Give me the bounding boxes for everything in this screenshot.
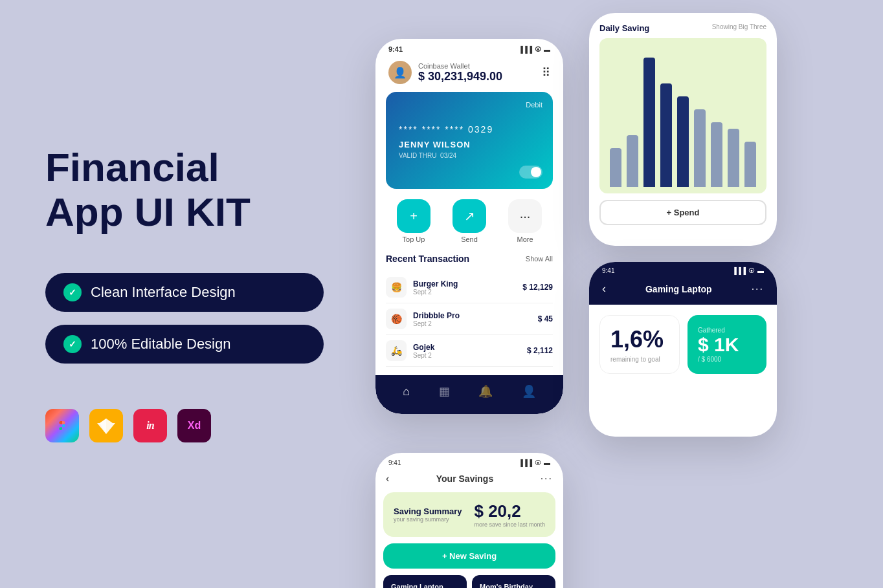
top-up-button[interactable]: + Top Up: [397, 199, 430, 243]
chart-bar: [744, 142, 756, 187]
left-panel: Financial App UI KIT Clean Interface Des…: [0, 0, 363, 588]
transaction-burger-king: 🍔 Burger King Sept 2 $ 12,129: [386, 272, 553, 303]
status-bar-1: 9:41 ▐▐▐ ⦿ ▬: [375, 39, 563, 56]
dribbble-icon: 🏀: [386, 309, 407, 329]
spend-button[interactable]: + Spend: [599, 200, 766, 225]
phone-daily-saving: Daily Saving Showing Big Three + Spend: [589, 13, 777, 246]
chart-header: Daily Saving Showing Big Three: [589, 13, 777, 38]
sketch-icon: [89, 409, 123, 442]
chart-bar: [610, 148, 621, 187]
chart-bar: [728, 129, 739, 187]
savings-body: 1,6% remaining to goal Gathered $ 1K / $…: [589, 305, 777, 384]
transaction-dribbble: 🏀 Dribbble Pro Sept 2 $ 45: [386, 303, 553, 335]
status-icons-4: ▐▐▐ ⦿ ▬: [519, 459, 550, 466]
summary-right: $ 20,2 more save since last month: [474, 501, 545, 528]
more-icon: ···: [508, 199, 542, 233]
grid-icon: ⠿: [542, 65, 550, 80]
action-buttons: + Top Up ↗ Send ··· More: [375, 189, 563, 254]
chart-bar: [677, 96, 689, 187]
main-title: Financial App UI KIT: [45, 146, 324, 234]
check-icon-editable: [63, 335, 82, 353]
more-button[interactable]: ··· More: [508, 199, 542, 243]
debit-card: Debit **** **** **** 0329 JENNY WILSON V…: [386, 92, 553, 189]
chart-bar: [660, 83, 672, 187]
xd-icon: Xd: [177, 409, 211, 442]
chart-bar: [694, 109, 706, 187]
transaction-info-2: Gojek Sept 2: [413, 343, 527, 359]
back-button-3[interactable]: ‹: [602, 282, 606, 296]
savings-grid-item: Gaming Laptop $ 1000 / $ 6000: [383, 575, 467, 588]
nav-bell-icon[interactable]: 🔔: [478, 384, 493, 398]
right-panel: 9:41 ▐▐▐ ⦿ ▬ 👤 Coinbase Wallet $ 30,231,…: [363, 0, 883, 588]
savings-header: ‹ Your Savings ···: [375, 469, 563, 492]
phone-wallet: 9:41 ▐▐▐ ⦿ ▬ 👤 Coinbase Wallet $ 30,231,…: [375, 39, 563, 414]
nav-home-icon[interactable]: ⌂: [403, 385, 410, 398]
status-icons-3: ▐▐▐ ⦿ ▬: [732, 267, 764, 274]
back-button-4[interactable]: ‹: [386, 473, 389, 485]
avatar-face: 👤: [388, 61, 412, 84]
transactions-section: Recent Transaction Show All 🍔 Burger Kin…: [375, 254, 563, 367]
status-icons-1: ▐▐▐ ⦿ ▬: [519, 45, 550, 53]
chart-area: [599, 38, 766, 193]
summary-card: Saving Summary your saving summary $ 20,…: [383, 492, 555, 537]
invision-icon: in: [133, 409, 167, 442]
savings-percent-card: 1,6% remaining to goal: [599, 315, 680, 374]
send-button[interactable]: ↗ Send: [453, 199, 486, 243]
avatar: 👤: [388, 61, 412, 84]
status-bar-4: 9:41 ▐▐▐ ⦿ ▬: [375, 453, 563, 469]
feature-badge-editable: 100% Editable Design: [45, 325, 324, 364]
status-bar-3: 9:41 ▐▐▐ ⦿ ▬: [589, 262, 777, 278]
chart-bar: [711, 122, 722, 187]
transaction-info-1: Dribbble Pro Sept 2: [413, 311, 538, 327]
figma-icon: [45, 409, 79, 442]
transaction-gojek: 🛵 Gojek Sept 2 $ 2,112: [386, 335, 553, 367]
tool-icons: in Xd: [45, 409, 324, 442]
phone-your-savings: 9:41 ▐▐▐ ⦿ ▬ ‹ Your Savings ··· Saving S…: [375, 453, 563, 588]
nav-bar: ⌂ ▦ 🔔 👤: [375, 375, 563, 414]
feature-badge-clean: Clean Interface Design: [45, 273, 324, 312]
savings-gathered-card: Gathered $ 1K / $ 6000: [687, 315, 766, 374]
send-icon: ↗: [453, 199, 486, 233]
phone-gaming-laptop: 9:41 ▐▐▐ ⦿ ▬ ‹ Gaming Laptop ··· 1,6% re…: [589, 262, 777, 437]
nav-chart-icon[interactable]: ▦: [439, 384, 450, 398]
chart-bar: [643, 58, 655, 187]
more-button-4[interactable]: ···: [541, 473, 553, 485]
transactions-header: Recent Transaction Show All: [386, 254, 553, 264]
new-saving-button[interactable]: + New Saving: [383, 543, 555, 569]
burger-king-icon: 🍔: [386, 277, 407, 298]
wallet-info: Coinbase Wallet $ 30,231,949.00: [418, 62, 542, 83]
top-up-icon: +: [397, 199, 430, 233]
card-valid: VALID THRU 03/24: [399, 152, 540, 159]
summary-left: Saving Summary your saving summary: [394, 506, 462, 523]
savings-grid: Gaming Laptop $ 1000 / $ 6000 Mom's Birt…: [375, 575, 563, 588]
check-icon-clean: [63, 283, 82, 301]
more-button-3[interactable]: ···: [752, 283, 764, 295]
wallet-header: 👤 Coinbase Wallet $ 30,231,949.00 ⠿: [375, 56, 563, 92]
chart-bar: [627, 135, 638, 187]
nav-user-icon[interactable]: 👤: [522, 384, 536, 398]
transaction-info-0: Burger King Sept 2: [413, 279, 522, 296]
gojek-icon: 🛵: [386, 340, 407, 361]
card-toggle[interactable]: [519, 166, 542, 179]
savings-grid-item: Mom's Birthday $ 300 / $ 1000: [472, 575, 555, 588]
phone3-header: ‹ Gaming Laptop ···: [589, 278, 777, 305]
